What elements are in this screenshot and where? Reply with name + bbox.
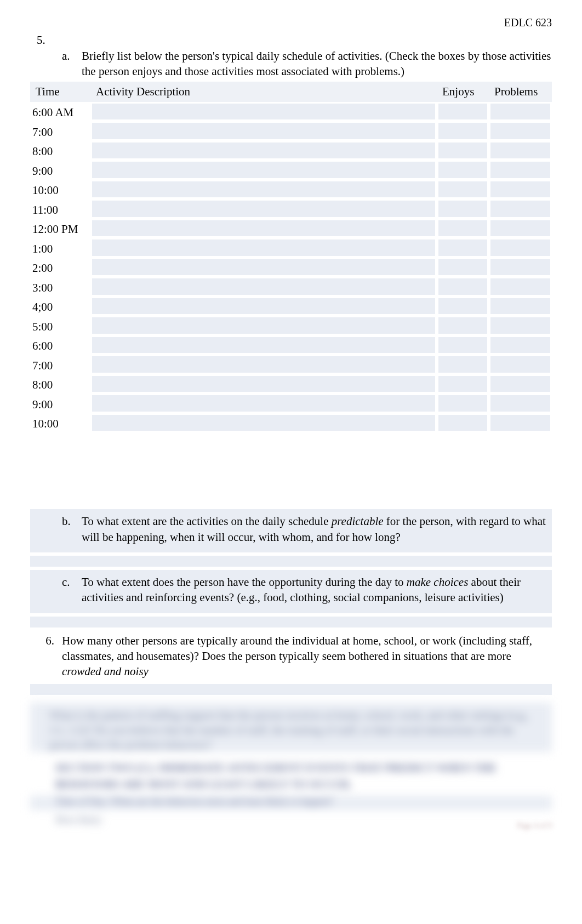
cell-activity[interactable] <box>90 141 437 161</box>
cell-activity[interactable] <box>90 258 437 277</box>
cell-enjoys[interactable] <box>437 160 489 180</box>
cell-activity[interactable] <box>90 180 437 199</box>
problems-checkbox[interactable] <box>490 278 550 295</box>
problems-checkbox[interactable] <box>490 201 550 217</box>
enjoys-checkbox[interactable] <box>438 317 487 334</box>
cell-activity[interactable] <box>90 102 437 122</box>
activity-input[interactable] <box>92 142 435 159</box>
cell-problems[interactable] <box>489 102 552 122</box>
cell-enjoys[interactable] <box>437 355 489 374</box>
cell-problems[interactable] <box>489 258 552 277</box>
cell-problems[interactable] <box>489 277 552 296</box>
cell-problems[interactable] <box>489 296 552 316</box>
problems-checkbox[interactable] <box>490 317 550 334</box>
activity-input[interactable] <box>92 317 435 334</box>
problems-checkbox[interactable] <box>490 337 550 353</box>
cell-activity[interactable] <box>90 413 437 433</box>
enjoys-checkbox[interactable] <box>438 259 487 276</box>
cell-activity[interactable] <box>90 393 437 413</box>
problems-checkbox[interactable] <box>490 239 550 256</box>
cell-enjoys[interactable] <box>437 277 489 296</box>
cell-enjoys[interactable] <box>437 296 489 316</box>
cell-activity[interactable] <box>90 238 437 258</box>
problems-checkbox[interactable] <box>490 181 550 198</box>
cell-enjoys[interactable] <box>437 219 489 238</box>
cell-enjoys[interactable] <box>437 141 489 161</box>
enjoys-checkbox[interactable] <box>438 298 487 315</box>
activity-input[interactable] <box>92 395 435 412</box>
activity-input[interactable] <box>92 259 435 276</box>
cell-enjoys[interactable] <box>437 393 489 413</box>
cell-enjoys[interactable] <box>437 121 489 141</box>
enjoys-checkbox[interactable] <box>438 181 487 198</box>
cell-problems[interactable] <box>489 393 552 413</box>
cell-enjoys[interactable] <box>437 199 489 219</box>
cell-problems[interactable] <box>489 219 552 238</box>
enjoys-checkbox[interactable] <box>438 220 487 237</box>
cell-activity[interactable] <box>90 121 437 141</box>
cell-enjoys[interactable] <box>437 316 489 335</box>
activity-input[interactable] <box>92 337 435 353</box>
cell-activity[interactable] <box>90 335 437 355</box>
cell-problems[interactable] <box>489 374 552 394</box>
cell-problems[interactable] <box>489 413 552 433</box>
problems-checkbox[interactable] <box>490 123 550 139</box>
problems-checkbox[interactable] <box>490 298 550 315</box>
problems-checkbox[interactable] <box>490 376 550 392</box>
cell-activity[interactable] <box>90 355 437 374</box>
cell-activity[interactable] <box>90 199 437 219</box>
problems-checkbox[interactable] <box>490 220 550 237</box>
problems-checkbox[interactable] <box>490 142 550 159</box>
activity-input[interactable] <box>92 104 435 120</box>
activity-input[interactable] <box>92 201 435 217</box>
enjoys-checkbox[interactable] <box>438 142 487 159</box>
activity-input[interactable] <box>92 220 435 237</box>
enjoys-checkbox[interactable] <box>438 415 487 431</box>
problems-checkbox[interactable] <box>490 395 550 412</box>
enjoys-checkbox[interactable] <box>438 395 487 412</box>
cell-problems[interactable] <box>489 335 552 355</box>
problems-checkbox[interactable] <box>490 356 550 373</box>
activity-input[interactable] <box>92 298 435 315</box>
cell-activity[interactable] <box>90 219 437 238</box>
enjoys-checkbox[interactable] <box>438 376 487 392</box>
problems-checkbox[interactable] <box>490 259 550 276</box>
enjoys-checkbox[interactable] <box>438 239 487 256</box>
activity-input[interactable] <box>92 356 435 373</box>
cell-activity[interactable] <box>90 277 437 296</box>
cell-problems[interactable] <box>489 238 552 258</box>
problems-checkbox[interactable] <box>490 104 550 120</box>
enjoys-checkbox[interactable] <box>438 356 487 373</box>
cell-problems[interactable] <box>489 180 552 199</box>
cell-activity[interactable] <box>90 316 437 335</box>
activity-input[interactable] <box>92 181 435 198</box>
cell-problems[interactable] <box>489 199 552 219</box>
cell-enjoys[interactable] <box>437 413 489 433</box>
enjoys-checkbox[interactable] <box>438 201 487 217</box>
problems-checkbox[interactable] <box>490 162 550 178</box>
activity-input[interactable] <box>92 239 435 256</box>
cell-enjoys[interactable] <box>437 374 489 394</box>
enjoys-checkbox[interactable] <box>438 337 487 353</box>
enjoys-checkbox[interactable] <box>438 278 487 295</box>
cell-activity[interactable] <box>90 160 437 180</box>
activity-input[interactable] <box>92 123 435 139</box>
cell-enjoys[interactable] <box>437 238 489 258</box>
cell-enjoys[interactable] <box>437 258 489 277</box>
problems-checkbox[interactable] <box>490 415 550 431</box>
cell-activity[interactable] <box>90 374 437 394</box>
enjoys-checkbox[interactable] <box>438 123 487 139</box>
cell-enjoys[interactable] <box>437 102 489 122</box>
cell-problems[interactable] <box>489 316 552 335</box>
cell-enjoys[interactable] <box>437 335 489 355</box>
cell-enjoys[interactable] <box>437 180 489 199</box>
enjoys-checkbox[interactable] <box>438 104 487 120</box>
answer-bar-5b[interactable] <box>30 556 552 567</box>
enjoys-checkbox[interactable] <box>438 162 487 178</box>
cell-problems[interactable] <box>489 121 552 141</box>
activity-input[interactable] <box>92 376 435 392</box>
activity-input[interactable] <box>92 162 435 178</box>
cell-problems[interactable] <box>489 141 552 161</box>
cell-activity[interactable] <box>90 296 437 316</box>
cell-problems[interactable] <box>489 160 552 180</box>
